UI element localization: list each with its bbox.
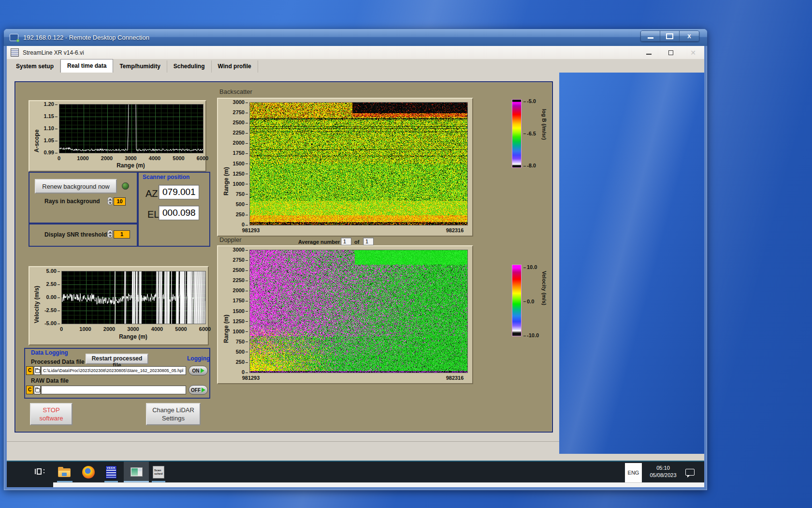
- processed-browse-icon[interactable]: [34, 366, 41, 375]
- app-close-button[interactable]: ✕: [689, 49, 697, 57]
- active-app-icon: [130, 467, 143, 477]
- raw-path-field[interactable]: [41, 386, 186, 394]
- doppler-title: Doppler: [219, 236, 242, 243]
- minimize-icon: [646, 54, 652, 55]
- rays-value-field[interactable]: 10: [114, 197, 126, 206]
- tab-temp-humidity[interactable]: Temp/humidity: [113, 60, 167, 73]
- task-view-dot: [44, 469, 44, 470]
- y-tick-label: 1000: [233, 329, 248, 334]
- scanner-position-title: Scanner position: [143, 174, 189, 180]
- az-value-field[interactable]: 079.001: [159, 185, 199, 199]
- restore-icon: [668, 50, 673, 55]
- backscatter-heatmap: [249, 102, 468, 225]
- x-tick-label: 2000: [103, 326, 115, 332]
- el-value-field[interactable]: 000.098: [159, 206, 199, 220]
- remote-taskbar: VEEK Scan sched ENG 05:10 05/08/2023: [7, 461, 704, 482]
- maximize-icon: [666, 33, 673, 39]
- led-arrow-icon: [201, 368, 204, 373]
- backscatter-title: Backscatter: [219, 88, 252, 95]
- task-view-dot: [44, 472, 44, 473]
- taskbar-clock[interactable]: 05:10 05/08/2023: [644, 464, 682, 479]
- file-explorer-icon[interactable]: [58, 467, 72, 478]
- action-center-icon[interactable]: [685, 469, 695, 476]
- velocity-plot-widget: Velocity (m/s) 5.002.500.00-2.50-5.00 01…: [29, 266, 209, 345]
- raw-logging-toggle[interactable]: OFF: [188, 385, 208, 395]
- tab-system-setup[interactable]: System setup: [10, 60, 60, 73]
- spin-down-icon[interactable]: [107, 234, 113, 238]
- background-status-led: [122, 182, 129, 190]
- snr-spinner[interactable]: [107, 230, 113, 239]
- change-line1: Change LiDAR: [152, 406, 194, 414]
- app-restore-button[interactable]: [667, 49, 675, 57]
- change-lidar-settings-button[interactable]: Change LiDAR Settings: [146, 403, 201, 425]
- restart-processed-file-button[interactable]: Restart processed file: [86, 354, 148, 364]
- y-tick-label: 500: [236, 201, 248, 207]
- app-titlebar[interactable]: StreamLine XR v14-6.vi ✕: [7, 46, 704, 60]
- y-tick-label: 5.00: [46, 268, 60, 274]
- y-tick-label: -2.50: [44, 307, 60, 313]
- change-line2: Settings: [162, 415, 185, 422]
- remote-screen: StreamLine XR v14-6.vi ✕ System setup Re…: [7, 46, 704, 487]
- firefox-icon[interactable]: [82, 466, 95, 478]
- rdp-window-controls: X: [640, 30, 699, 42]
- led-arrow-icon: [202, 388, 205, 392]
- backscatter-x-start: 981293: [242, 227, 260, 233]
- y-tick-label: 2000: [233, 140, 248, 146]
- doppler-colorbar: [512, 265, 522, 336]
- tab-strip: System setup Real time data Temp/humidit…: [7, 59, 704, 73]
- stop-software-button[interactable]: STOP software: [30, 403, 72, 425]
- y-tick-label: -5.00: [44, 320, 60, 326]
- y-tick-label: 3000: [233, 247, 248, 253]
- rdp-close-button[interactable]: X: [680, 31, 699, 41]
- task-view-icon[interactable]: [35, 468, 44, 477]
- scan-scheduler-icon[interactable]: Scan sched: [153, 466, 164, 478]
- backscatter-y-ticks: 3000275025002250200017501500125010007505…: [218, 99, 248, 238]
- average-total-field[interactable]: 1: [363, 238, 374, 245]
- stop-line1: STOP: [43, 406, 59, 414]
- app-minimize-button[interactable]: [644, 49, 653, 57]
- raw-browse-icon[interactable]: [34, 386, 41, 394]
- x-tick-label: 0: [60, 326, 63, 332]
- rdp-minimize-button[interactable]: [641, 31, 660, 41]
- app-window-title: StreamLine XR v14-6.vi: [23, 49, 84, 56]
- velocity-x-axis-label: Range (m): [61, 333, 205, 340]
- doppler-x-end: 982316: [446, 375, 464, 381]
- rdp-titlebar[interactable]: 192.168.0.122 - Remote Desktop Connectio…: [4, 29, 707, 46]
- snr-value-field[interactable]: 1: [114, 230, 130, 239]
- y-tick-label: 2000: [233, 287, 248, 293]
- active-app-taskbar-button[interactable]: [124, 462, 149, 483]
- tab-real-time-data[interactable]: Real time data: [60, 59, 113, 73]
- renew-background-button[interactable]: Renew background now: [35, 179, 117, 194]
- logging-label: Logging: [187, 355, 210, 362]
- raw-drive-box[interactable]: C: [26, 386, 33, 394]
- processed-data-file-label: Processed Data file: [31, 359, 85, 365]
- horizontal-scrollbar[interactable]: [53, 482, 704, 487]
- labview-vi-icon: [11, 48, 19, 57]
- striped-app-icon[interactable]: VEEK: [105, 465, 117, 479]
- spin-down-icon[interactable]: [107, 201, 113, 205]
- data-logging-title: Data Logging: [31, 349, 68, 356]
- tab-wind-profile[interactable]: Wind profile: [212, 60, 258, 73]
- average-number-field[interactable]: 1: [341, 238, 351, 245]
- doppler-heatmap: [249, 250, 468, 373]
- y-tick-label: 1.15: [44, 113, 58, 119]
- y-tick-label: 2250: [233, 277, 248, 283]
- rays-spinner[interactable]: [107, 197, 113, 206]
- x-tick-label: 5000: [173, 155, 184, 161]
- rdp-maximize-button[interactable]: [660, 31, 680, 41]
- processed-drive-box[interactable]: C: [26, 366, 33, 375]
- velocity-plot: [61, 271, 206, 324]
- colorbar-tick-label: 10.0: [523, 264, 537, 270]
- processed-path-field[interactable]: C:\Lidar\Data\Proc\2023\202308\20230805\…: [41, 366, 186, 375]
- processed-logging-toggle[interactable]: ON: [188, 366, 208, 375]
- tab-scheduling[interactable]: Scheduling: [167, 60, 212, 73]
- language-indicator[interactable]: ENG: [625, 463, 642, 482]
- raw-data-file-label: RAW Data file: [31, 377, 69, 384]
- rdp-window: 192.168.0.122 - Remote Desktop Connectio…: [4, 29, 707, 490]
- x-tick-label: 6000: [199, 326, 211, 332]
- remote-desktop-icon: [10, 34, 18, 41]
- doppler-x-start: 981293: [242, 375, 260, 381]
- app-window-controls: ✕: [644, 46, 697, 59]
- on-label: ON: [192, 368, 200, 374]
- y-tick-label: 2.50: [46, 281, 60, 287]
